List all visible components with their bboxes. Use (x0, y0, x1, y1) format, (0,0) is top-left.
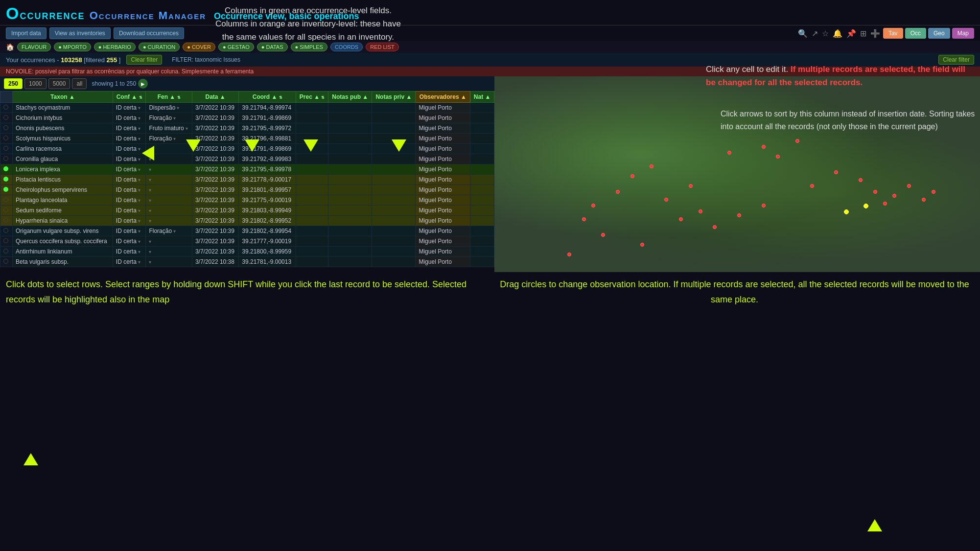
cell-notas_pub[interactable] (328, 216, 372, 226)
dropdown-arrow-icon[interactable]: ▾ (137, 105, 140, 111)
home-icon[interactable]: 🏠 (6, 43, 14, 51)
cell-fen[interactable]: ▾ (146, 257, 192, 267)
view-inventories-button[interactable]: View as inventories (49, 27, 111, 39)
row-dot-cell[interactable] (0, 195, 13, 206)
cell-nat[interactable] (470, 216, 494, 226)
filter-curation[interactable]: ● CURATION (139, 43, 180, 51)
dropdown-arrow-icon[interactable]: ▾ (172, 229, 176, 234)
row-dot-cell[interactable] (0, 123, 13, 134)
cell-fen[interactable]: ▾ (146, 236, 192, 247)
cell-notas_pub[interactable] (328, 185, 372, 195)
row-dot[interactable] (3, 228, 8, 233)
cell-taxon[interactable]: Sedum sediforme (13, 206, 113, 216)
table-row[interactable]: Ononis pubescensID certa ▾Fruto imaturo … (0, 123, 494, 134)
row-dot-cell[interactable] (0, 206, 13, 216)
star-icon[interactable]: ☆ (822, 29, 829, 38)
download-occurrences-button[interactable]: Download occurrences (114, 27, 184, 39)
dropdown-arrow-icon[interactable]: ▾ (137, 177, 140, 183)
map-dot[interactable] (795, 139, 799, 143)
map-dot[interactable] (567, 253, 571, 256)
cell-taxon[interactable]: Antirrhinum linkianum (13, 247, 113, 257)
col-prec[interactable]: Prec ▲ ⇅ (296, 92, 328, 103)
dropdown-arrow-icon[interactable]: ▾ (137, 126, 140, 131)
cell-taxon[interactable]: Coronilla glauca (13, 154, 113, 164)
cell-data[interactable]: 3/7/2022 10:39 (192, 247, 238, 257)
col-notas-priv[interactable]: Notas priv ▲ (372, 92, 416, 103)
map-dot[interactable] (679, 217, 683, 221)
cell-notas_priv[interactable] (372, 236, 416, 247)
map-dot[interactable] (689, 184, 693, 188)
cell-fen[interactable]: Fruto imaturo ▾ (146, 123, 192, 134)
cell-coord[interactable]: 39.21795,-8.99978 (239, 164, 296, 175)
cell-conf[interactable]: ID certa ▾ (113, 216, 146, 226)
cell-taxon[interactable]: Beta vulgaris subsp. (13, 257, 113, 267)
row-dot[interactable] (3, 136, 8, 140)
col-coord[interactable]: Coord ▲ ⇅ (239, 92, 296, 103)
cell-coord[interactable]: 39.21802,-8.99954 (239, 226, 296, 236)
cell-data[interactable]: 3/7/2022 10:38 (192, 257, 238, 267)
cell-coord[interactable]: 39.21794,-8.99974 (239, 103, 296, 113)
cell-data[interactable]: 3/7/2022 10:39 (192, 236, 238, 247)
row-dot-cell[interactable] (0, 113, 13, 123)
cell-obs[interactable]: Miguel Porto (416, 144, 470, 154)
map-dot[interactable] (713, 225, 717, 229)
cell-prec[interactable] (296, 195, 328, 206)
cell-obs[interactable]: Miguel Porto (416, 185, 470, 195)
cell-fen[interactable]: ▾ (146, 175, 192, 185)
dropdown-arrow-icon[interactable]: ▾ (149, 218, 151, 224)
cell-taxon[interactable]: Cichorium intybus (13, 113, 113, 123)
dropdown-arrow-icon[interactable]: ▾ (172, 115, 176, 121)
cell-nat[interactable] (470, 226, 494, 236)
row-dot-cell[interactable] (0, 154, 13, 164)
table-row[interactable]: Hyparrhenia sinaicaID certa ▾ ▾3/7/2022 … (0, 216, 494, 226)
map-dot[interactable] (844, 209, 849, 214)
cell-notas_pub[interactable] (328, 257, 372, 267)
cell-obs[interactable]: Miguel Porto (416, 226, 470, 236)
cell-fen[interactable]: Dispersão ▾ (146, 103, 192, 113)
cell-prec[interactable] (296, 175, 328, 185)
page-1000-button[interactable]: 1000 (24, 78, 47, 89)
cell-data[interactable]: 3/7/2022 10:39 (192, 206, 238, 216)
cell-prec[interactable] (296, 123, 328, 134)
cell-notas_pub[interactable] (328, 134, 372, 144)
cell-coord[interactable]: 39.21778,-9.00017 (239, 175, 296, 185)
map-dot[interactable] (834, 170, 838, 174)
cell-notas_priv[interactable] (372, 226, 416, 236)
dropdown-arrow-icon[interactable]: ▾ (137, 146, 140, 152)
cell-notas_priv[interactable] (372, 216, 416, 226)
layout-icon[interactable]: ⊞ (860, 29, 866, 38)
map-dot[interactable] (859, 178, 863, 182)
dropdown-arrow-icon[interactable]: ▾ (137, 136, 140, 141)
cell-data[interactable]: 3/7/2022 10:39 (192, 185, 238, 195)
dropdown-arrow-icon[interactable]: ▾ (149, 157, 151, 162)
cell-taxon[interactable]: Ononis pubescens (13, 123, 113, 134)
tab-occ[interactable]: Occ (905, 28, 926, 39)
map-dot[interactable] (762, 145, 766, 149)
table-row[interactable]: Sedum sediformeID certa ▾ ▾3/7/2022 10:3… (0, 206, 494, 216)
cell-conf[interactable]: ID certa ▾ (113, 123, 146, 134)
data-table[interactable]: Taxon ▲ Conf ▲ ⇅ Fen ▲ ⇅ Data ▲ Coord ▲ … (0, 91, 494, 272)
filter-herbario[interactable]: ● HERBARIO (94, 43, 136, 51)
clear-filter-button-2[interactable]: Clear filter (938, 55, 974, 65)
cell-taxon[interactable]: Pistacia lentiscus (13, 175, 113, 185)
cell-coord[interactable]: 39.21802,-8.99952 (239, 216, 296, 226)
search-icon[interactable]: 🔍 (798, 29, 808, 38)
col-data[interactable]: Data ▲ (192, 92, 238, 103)
col-nat[interactable]: Nat ▲ (470, 92, 494, 103)
cell-taxon[interactable]: Scolymus hispanicus (13, 134, 113, 144)
cell-nat[interactable] (470, 113, 494, 123)
table-row[interactable]: Coronilla glaucaID certa ▾ ▾3/7/2022 10:… (0, 154, 494, 164)
cell-fen[interactable]: ▾ (146, 195, 192, 206)
map-dot[interactable] (591, 204, 595, 207)
cell-taxon[interactable]: Carlina racemosa (13, 144, 113, 154)
cell-prec[interactable] (296, 226, 328, 236)
share-icon[interactable]: ↗ (812, 29, 818, 38)
map-dot[interactable] (883, 202, 887, 206)
cell-taxon[interactable]: Plantago lanceolata (13, 195, 113, 206)
tab-tav[interactable]: Tav (883, 28, 903, 39)
filter-simples[interactable]: ● SIMPLES (291, 43, 327, 51)
dropdown-arrow-icon[interactable]: ▾ (149, 167, 151, 172)
cell-fen[interactable]: Floração ▾ (146, 113, 192, 123)
cell-conf[interactable]: ID certa ▾ (113, 247, 146, 257)
bell-icon[interactable]: 🔔 (833, 29, 842, 38)
